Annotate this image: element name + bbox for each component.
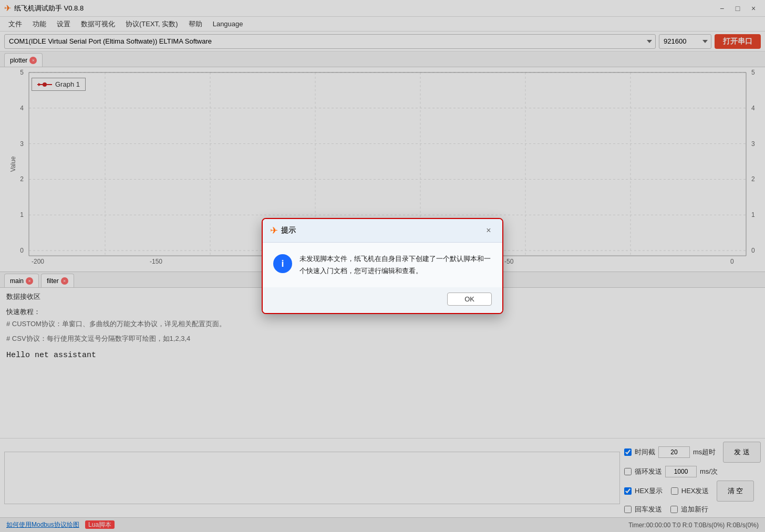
dialog-body: i 未发现脚本文件，纸飞机在自身目录下创建了一个默认脚本和一个快速入门文档，您可… <box>263 243 502 287</box>
dialog-close-button[interactable]: × <box>482 224 495 237</box>
dialog-ok-button[interactable]: OK <box>447 293 492 306</box>
dialog-title-text: 提示 <box>281 226 296 235</box>
info-icon-text: i <box>281 258 284 269</box>
app-container: ✈ 纸飞机调试助手 V0.8.8 − □ × 文件 功能 设置 数据可视化 协议… <box>0 0 765 532</box>
dialog-overlay: ✈ 提示 × i 未发现脚本文件，纸飞机在自身目录下创建了一个默认脚本和一个快速… <box>0 0 765 532</box>
dialog-title-left: ✈ 提示 <box>270 225 296 236</box>
dialog-footer: OK <box>263 287 502 313</box>
info-icon: i <box>273 254 292 273</box>
paper-plane-icon: ✈ <box>270 225 278 236</box>
dialog-message: 未发现脚本文件，纸飞机在自身目录下创建了一个默认脚本和一个快速入门文档，您可进行… <box>299 253 492 276</box>
dialog: ✈ 提示 × i 未发现脚本文件，纸飞机在自身目录下创建了一个默认脚本和一个快速… <box>262 218 503 314</box>
dialog-title-bar: ✈ 提示 × <box>263 219 502 243</box>
